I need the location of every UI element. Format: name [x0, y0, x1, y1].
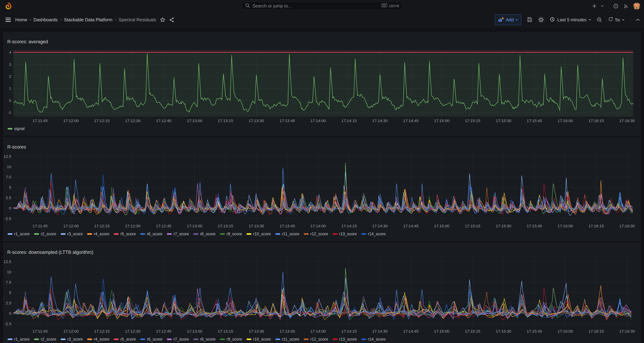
top-nav-actions: ? — [592, 0, 640, 12]
settings-gear-icon[interactable] — [538, 17, 544, 23]
search-box[interactable]: Search or jump to... ctrl+k — [242, 2, 402, 10]
legend-swatch — [61, 233, 66, 235]
breadcrumb-home[interactable]: Home — [15, 17, 27, 23]
panel-title[interactable]: R-scores: downsampled (LTTB algorithm) — [7, 250, 94, 255]
legend-item-r1_score[interactable]: r1_score — [8, 337, 30, 341]
legend-item-r9_score[interactable]: r9_score — [220, 232, 242, 236]
legend-item-r7_score[interactable]: r7_score — [167, 337, 189, 341]
news-icon[interactable] — [623, 3, 629, 9]
add-panel-button[interactable]: Add — [495, 14, 521, 25]
legend-item-r5_score[interactable]: r5_score — [114, 337, 136, 341]
legend-item-r5_score[interactable]: r5_score — [114, 232, 136, 236]
x-tick-label: 17:15:30 — [496, 224, 511, 228]
legend-swatch — [246, 233, 251, 235]
r-scores-averaged-chart[interactable]: 17:11:4517:12:0017:12:1517:12:3017:12:45… — [4, 32, 640, 135]
legend-swatch — [114, 233, 119, 235]
legend-swatch — [361, 233, 366, 235]
legend-item-r3_score[interactable]: r3_score — [61, 337, 83, 341]
legend-item-r12_score[interactable]: r12_score — [304, 337, 328, 341]
legend-item-r1_score[interactable]: r1_score — [8, 232, 30, 236]
refresh-interval-label: 5s — [615, 17, 620, 23]
x-tick-label: 17:14:30 — [372, 224, 388, 228]
x-tick-label: 17:15:00 — [434, 329, 450, 333]
time-range-picker[interactable]: Last 5 minutes — [550, 17, 591, 23]
legend-swatch — [8, 233, 12, 235]
x-tick-label: 17:12:45 — [156, 224, 172, 228]
grafana-app: Search or jump to... ctrl+k — [0, 0, 644, 343]
chevron-down-icon[interactable] — [601, 5, 604, 7]
legend-item-r12_score[interactable]: r12_score — [304, 232, 328, 236]
legend-swatch — [140, 233, 145, 235]
breadcrumb-folder[interactable]: Stackable Data Platform — [64, 17, 112, 23]
legend-item-r9_score[interactable]: r9_score — [220, 337, 242, 341]
help-icon[interactable]: ? — [613, 3, 619, 9]
save-icon[interactable] — [527, 17, 532, 23]
x-tick-label: 17:13:45 — [280, 329, 295, 333]
x-tick-label: 17:13:00 — [187, 329, 202, 333]
legend-item-r10_score[interactable]: r10_score — [246, 232, 271, 236]
user-avatar[interactable] — [633, 3, 640, 10]
legend-label: r2_score — [41, 232, 56, 236]
legend-swatch — [167, 338, 172, 340]
x-tick-label: 17:16:00 — [558, 224, 573, 228]
breadcrumb-dashboards[interactable]: Dashboards — [34, 17, 58, 23]
legend-item-r4_score[interactable]: r4_score — [87, 232, 109, 236]
legend-item-r6_score[interactable]: r6_score — [140, 232, 162, 236]
legend-item-r6_score[interactable]: r6_score — [140, 337, 162, 341]
x-tick-label: 17:11:45 — [32, 118, 48, 123]
y-tick-label: 7.5 — [6, 280, 11, 284]
x-tick-label: 17:14:30 — [372, 329, 388, 333]
legend-item-r13_score[interactable]: r13_score — [333, 337, 357, 341]
panel-r-scores-downsampled: R-scores: downsampled (LTTB algorithm) 1… — [3, 243, 641, 343]
chevron-down-icon — [516, 19, 518, 21]
x-tick-label: 17:13:00 — [187, 118, 202, 123]
legend-item-r11_score[interactable]: r11_score — [276, 337, 300, 341]
keyboard-shortcut: ctrl+k — [382, 3, 399, 9]
y-tick-label: 1 — [9, 86, 11, 91]
legend-item-r10_score[interactable]: r10_score — [246, 337, 271, 341]
legend-item-r2_score[interactable]: r2_score — [34, 232, 56, 236]
share-icon[interactable] — [169, 17, 174, 23]
legend-item-r4_score[interactable]: r4_score — [87, 337, 109, 341]
legend-item-r2_score[interactable]: r2_score — [34, 337, 56, 341]
legend-label: r10_score — [253, 337, 271, 341]
legend-swatch — [194, 233, 198, 235]
caret-up-icon[interactable] — [636, 18, 640, 21]
zoom-out-icon[interactable] — [596, 17, 602, 23]
y-tick-label: -2.5 — [4, 216, 11, 221]
panel-title[interactable]: R-scores: averaged — [7, 39, 48, 45]
legend-item-r8_score[interactable]: r8_score — [194, 337, 215, 341]
add-new-button[interactable] — [592, 4, 596, 8]
search-placeholder: Search or jump to... — [252, 3, 382, 9]
legend-label: r5_score — [120, 232, 136, 236]
legend-item-r14_score[interactable]: r14_score — [361, 232, 386, 236]
chevron-down-icon — [622, 19, 624, 21]
legend-label: r4_score — [94, 337, 109, 341]
y-tick-label: 10 — [7, 164, 11, 169]
menu-icon[interactable] — [5, 17, 12, 23]
legend-item-r3_score[interactable]: r3_score — [61, 232, 83, 236]
r-scores-downsampled-chart[interactable]: 17:11:4517:12:0017:12:1517:12:3017:12:45… — [4, 243, 640, 343]
legend-item-r13_score[interactable]: r13_score — [333, 232, 357, 236]
x-tick-label: 17:16:15 — [588, 224, 604, 228]
x-tick-label: 17:15:00 — [434, 118, 450, 123]
legend-item-r11_score[interactable]: r11_score — [276, 232, 300, 236]
x-tick-label: 17:14:00 — [310, 329, 326, 333]
legend-item-r14_score[interactable]: r14_score — [361, 337, 386, 341]
clock-icon — [550, 17, 555, 23]
legend-item-signal[interactable]: signal — [8, 126, 24, 131]
star-icon[interactable] — [160, 17, 165, 22]
legend-label: r4_score — [94, 232, 109, 236]
panel-r-scores: R-scores 17:11:4517:12:0017:12:1517:12:3… — [3, 137, 641, 241]
panel-title[interactable]: R-scores — [7, 144, 26, 150]
legend-item-r8_score[interactable]: r8_score — [194, 232, 215, 236]
threshold-region-below — [13, 53, 633, 117]
legend-item-r7_score[interactable]: r7_score — [167, 232, 189, 236]
r-scores-chart[interactable]: 17:11:4517:12:0017:12:1517:12:3017:12:45… — [4, 138, 640, 241]
y-tick-label: 4 — [9, 50, 11, 55]
y-tick-label: 5 — [9, 185, 11, 190]
x-tick-label: 17:14:45 — [403, 329, 418, 333]
legend-label: r14_score — [368, 232, 386, 236]
refresh-picker[interactable]: 5s — [608, 17, 624, 23]
grafana-logo[interactable] — [4, 2, 12, 10]
